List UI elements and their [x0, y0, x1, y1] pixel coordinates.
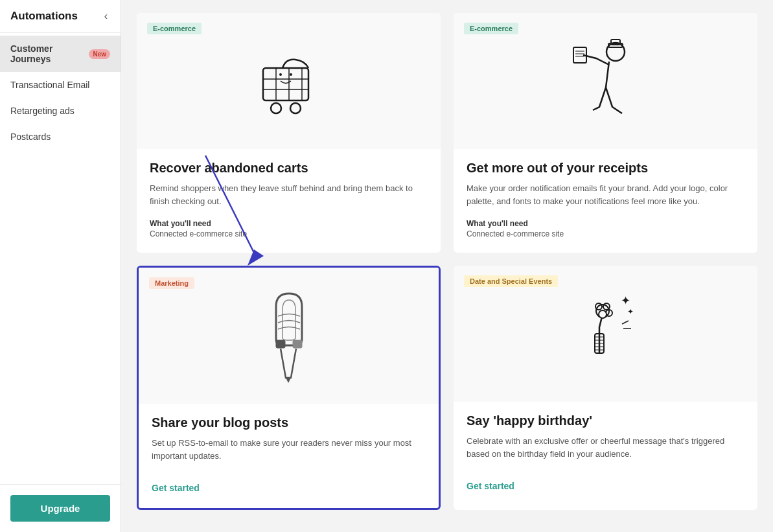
card-category-wrap: Marketing	[149, 277, 194, 289]
cards-grid: E-commerce	[137, 13, 757, 510]
card-category-wrap: E-commerce	[464, 22, 518, 34]
category-badge: Marketing	[149, 277, 194, 289]
birthday-illustration: ✦ ✦	[570, 288, 641, 379]
get-started-link[interactable]: Get started	[467, 481, 514, 491]
svg-point-11	[290, 73, 292, 76]
blog-illustration	[253, 287, 325, 384]
requirement-label: What you'll need	[467, 219, 744, 228]
card-recover-carts: E-commerce	[137, 13, 441, 253]
card-body: Get more out of your receipts Make your …	[454, 149, 757, 253]
svg-point-10	[279, 73, 282, 76]
sidebar-item-label: Transactional Email	[10, 80, 89, 90]
card-description: Remind shoppers when they leave stuff be…	[150, 182, 428, 207]
new-badge: New	[89, 49, 110, 59]
upgrade-button[interactable]: Upgrade	[10, 495, 110, 522]
requirement-value: Connected e-commerce site	[150, 229, 428, 238]
card-body: Share your blog posts Set up RSS-to-emai…	[139, 404, 439, 508]
card-birthday: Date and Special Events ✦ ✦	[454, 266, 757, 510]
card-title: Share your blog posts	[152, 415, 426, 430]
get-started-link[interactable]: Get started	[152, 483, 200, 493]
requirement-label: What you'll need	[150, 219, 428, 228]
card-body: Say 'happy birthday' Celebrate with an e…	[454, 402, 757, 506]
card-description: Set up RSS-to-email to make sure your re…	[152, 437, 426, 462]
card-description: Make your order notification emails fit …	[467, 182, 744, 207]
svg-rect-19	[276, 340, 285, 348]
card-receipts: E-commerce	[454, 13, 757, 253]
card-category-wrap: E-commerce	[147, 22, 202, 34]
category-badge: Date and Special Events	[464, 275, 558, 287]
card-title: Recover abandoned carts	[150, 161, 428, 176]
main-content: E-commerce	[121, 0, 773, 532]
card-requirement: What you'll need Connected e-commerce si…	[150, 219, 428, 238]
sidebar-header: Automations ‹	[0, 0, 121, 33]
sidebar-nav: Customer Journeys New Transactional Emai…	[0, 33, 121, 484]
card-body: Recover abandoned carts Remind shoppers …	[137, 149, 441, 253]
svg-point-9	[290, 103, 301, 113]
category-badge: E-commerce	[464, 23, 518, 34]
svg-text:✦: ✦	[621, 294, 630, 307]
sidebar-item-postcards[interactable]: Postcards	[0, 124, 121, 150]
card-requirement: What you'll need Connected e-commerce si…	[467, 219, 744, 238]
sidebar-item-retargeting-ads[interactable]: Retargeting ads	[0, 98, 121, 124]
receipt-illustration	[567, 36, 645, 126]
card-blog-posts: Marketing	[137, 266, 441, 510]
card-description: Celebrate with an exclusive offer or che…	[467, 435, 744, 460]
svg-rect-20	[293, 340, 302, 348]
sidebar-item-transactional-email[interactable]: Transactional Email	[0, 72, 121, 98]
sidebar-item-label: Postcards	[10, 132, 51, 142]
category-badge: E-commerce	[147, 23, 202, 34]
sidebar-item-customer-journeys[interactable]: Customer Journeys New	[0, 36, 121, 72]
sidebar-collapse-button[interactable]: ‹	[102, 9, 110, 23]
svg-point-33	[599, 310, 606, 318]
svg-text:✦: ✦	[627, 307, 634, 316]
card-title: Say 'happy birthday'	[467, 413, 744, 428]
card-category-wrap: Date and Special Events	[464, 275, 558, 287]
requirement-value: Connected e-commerce site	[467, 229, 744, 238]
svg-point-8	[271, 103, 281, 113]
card-title: Get more out of your receipts	[467, 161, 744, 176]
sidebar: Automations ‹ Customer Journeys New Tran…	[0, 0, 121, 532]
sidebar-footer: Upgrade	[0, 484, 121, 532]
cart-illustration	[247, 39, 331, 123]
svg-point-12	[606, 43, 625, 61]
sidebar-item-label: Retargeting ads	[10, 106, 75, 116]
sidebar-item-label: Customer Journeys	[10, 43, 85, 64]
sidebar-title: Automations	[10, 10, 78, 23]
